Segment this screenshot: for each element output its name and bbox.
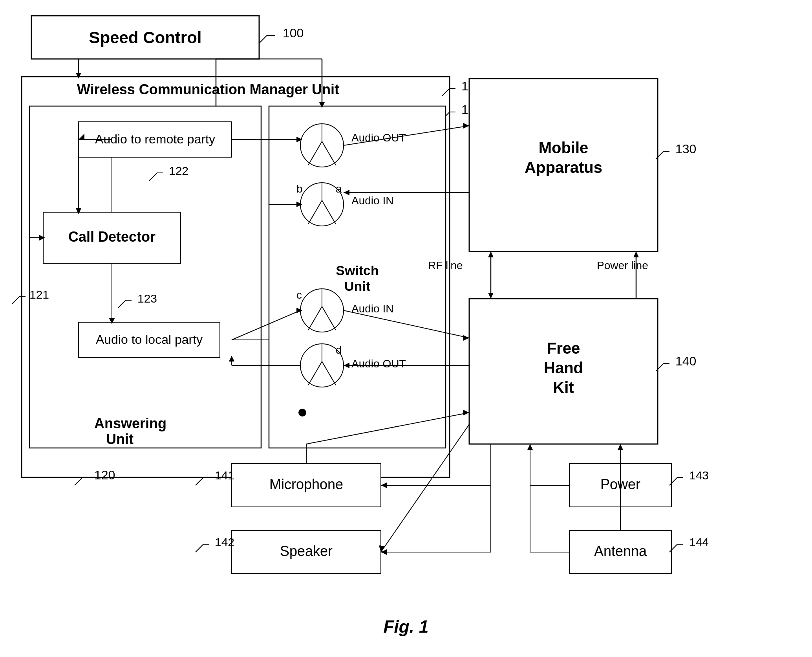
svg-text:144: 144: [689, 536, 709, 549]
svg-text:Call Detector: Call Detector: [68, 229, 155, 245]
svg-text:Kit: Kit: [553, 379, 574, 396]
svg-text:Fig. 1: Fig. 1: [384, 617, 429, 636]
diagram-container: Speed Control 100 Wireless Communication…: [0, 0, 812, 657]
svg-text:Unit: Unit: [106, 431, 134, 447]
svg-text:142: 142: [215, 536, 234, 549]
svg-text:143: 143: [689, 469, 709, 482]
svg-marker-113: [463, 123, 469, 128]
svg-text:140: 140: [675, 354, 696, 368]
svg-text:Apparatus: Apparatus: [525, 159, 602, 176]
svg-text:Free: Free: [547, 340, 580, 357]
svg-text:Hand: Hand: [544, 359, 583, 376]
svg-line-28: [12, 296, 20, 304]
svg-text:Antenna: Antenna: [594, 543, 647, 559]
svg-line-18: [75, 477, 82, 485]
svg-text:Audio OUT: Audio OUT: [351, 358, 406, 370]
svg-text:120: 120: [94, 468, 115, 482]
svg-line-4: [259, 35, 267, 43]
svg-text:123: 123: [137, 292, 157, 305]
svg-point-57: [298, 409, 306, 417]
svg-marker-125: [463, 335, 469, 341]
svg-text:Answering: Answering: [94, 415, 166, 431]
svg-text:Unit: Unit: [344, 279, 370, 294]
svg-text:RF line: RF line: [428, 259, 463, 272]
svg-text:Speaker: Speaker: [280, 543, 333, 559]
svg-text:d: d: [336, 344, 342, 356]
svg-line-80: [196, 544, 203, 552]
svg-text:130: 130: [675, 142, 696, 156]
svg-text:100: 100: [283, 26, 304, 40]
svg-text:a: a: [336, 183, 342, 195]
svg-text:Power line: Power line: [597, 259, 648, 272]
svg-text:Microphone: Microphone: [269, 476, 343, 492]
svg-marker-134: [488, 293, 494, 299]
svg-line-75: [196, 477, 203, 485]
svg-marker-141: [463, 410, 469, 415]
svg-text:122: 122: [169, 164, 188, 177]
svg-text:Audio IN: Audio IN: [351, 303, 393, 315]
svg-text:Speed Control: Speed Control: [89, 28, 201, 47]
svg-text:141: 141: [215, 469, 234, 482]
svg-text:121: 121: [29, 288, 49, 301]
svg-marker-138: [633, 251, 639, 257]
svg-text:Audio IN: Audio IN: [351, 195, 393, 207]
svg-text:Mobile: Mobile: [539, 139, 589, 156]
svg-marker-135: [488, 251, 494, 257]
svg-text:b: b: [296, 183, 303, 195]
svg-text:Audio to remote party: Audio to remote party: [95, 132, 215, 146]
svg-text:c: c: [296, 289, 302, 301]
svg-text:Audio to local party: Audio to local party: [96, 332, 203, 347]
svg-text:Switch: Switch: [336, 263, 379, 278]
svg-text:Wireless Communication Manager: Wireless Communication Manager Unit: [77, 81, 339, 97]
svg-text:Audio OUT: Audio OUT: [351, 132, 406, 144]
